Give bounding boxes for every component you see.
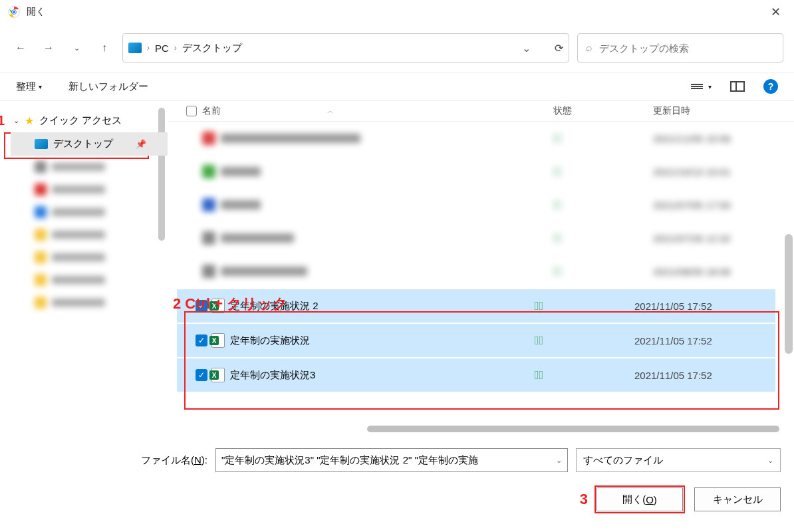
main-area: 1 ⌄ ★ クイック アクセス デスクトップ 📌 名前︿ 状態 更新日時 ✓⃝2… — [0, 101, 794, 436]
sidebar-item-blurred[interactable] — [11, 178, 168, 201]
cancel-button[interactable]: キャンセル — [694, 487, 781, 511]
open-button[interactable]: 開く(O) — [596, 487, 683, 511]
location-icon — [128, 43, 142, 53]
file-date: 2021/11/05 17:52 — [634, 335, 767, 346]
desktop-label: デスクトップ — [53, 138, 113, 150]
chrome-icon — [8, 6, 20, 18]
status-icon: ✓⃝ — [535, 334, 634, 348]
select-all-checkbox[interactable] — [186, 106, 197, 116]
breadcrumb-sep: › — [147, 43, 150, 53]
filename-label: ファイル名(N): — [141, 454, 207, 467]
up-button[interactable]: ↑ — [94, 38, 114, 58]
file-row-blurred[interactable]: ✓⃝2021/11/05 15:56 — [168, 122, 794, 155]
annotation-3: 3 — [580, 491, 588, 508]
annotation-box-3: 開く(O) — [595, 485, 685, 513]
filetype-combobox[interactable]: すべてのファイル⌄ — [576, 448, 781, 472]
file-row-blurred[interactable]: ✓⃝2021/07/05 17:50 — [168, 188, 794, 221]
sidebar-item-blurred[interactable] — [11, 223, 168, 246]
svg-point-3 — [13, 11, 16, 14]
sidebar-item-blurred[interactable] — [11, 291, 168, 314]
address-bar[interactable]: › PC › デスクトップ ⌄ ⟳ — [122, 33, 569, 63]
breadcrumb-desktop[interactable]: デスクトップ — [182, 42, 242, 55]
file-name: 定年制の実施状況 — [230, 334, 310, 347]
header-status[interactable]: 状態 — [553, 105, 653, 117]
sidebar: ⌄ ★ クイック アクセス デスクトップ 📌 — [0, 101, 168, 436]
sidebar-item-desktop[interactable]: デスクトップ 📌 — [11, 132, 168, 156]
title-bar: 開く ✕ — [0, 0, 794, 24]
file-row-blurred[interactable]: ✓⃝2021/08/09 18:06 — [168, 255, 794, 288]
forward-button[interactable]: → — [39, 38, 59, 58]
preview-pane-button[interactable] — [730, 81, 745, 92]
nav-row: ← → ⌄ ↑ › PC › デスクトップ ⌄ ⟳ ⌕ — [0, 24, 794, 72]
file-row-selected[interactable]: ✓定年制の実施状況✓⃝2021/11/05 17:52 — [177, 324, 775, 357]
sidebar-quick-access[interactable]: ⌄ ★ クイック アクセス — [11, 109, 168, 132]
window-title: 開く — [27, 6, 45, 18]
horizontal-scrollbar[interactable] — [367, 426, 779, 432]
breadcrumb-pc[interactable]: PC — [155, 43, 169, 54]
quick-access-label: クイック アクセス — [39, 114, 122, 127]
help-button[interactable]: ? — [763, 79, 778, 94]
star-icon: ★ — [25, 114, 34, 127]
excel-icon — [211, 368, 225, 382]
sidebar-item-blurred[interactable] — [11, 246, 168, 269]
annotation-2: 2 Ctrl + クリック — [173, 294, 288, 314]
address-dropdown-icon[interactable]: ⌄ — [522, 42, 531, 55]
file-date: 2021/11/05 17:52 — [634, 301, 767, 312]
refresh-button[interactable]: ⟳ — [555, 42, 563, 55]
row-checkbox[interactable]: ✓ — [196, 334, 207, 346]
header-name[interactable]: 名前 — [202, 105, 221, 117]
file-row-blurred[interactable]: ✓⃝2021/07/26 12:32 — [168, 221, 794, 255]
row-checkbox[interactable]: ✓ — [196, 369, 207, 381]
search-icon: ⌕ — [586, 42, 593, 54]
file-date: 2021/11/05 17:52 — [634, 370, 767, 381]
desktop-icon — [35, 139, 48, 149]
toolbar: 整理▾ 新しいフォルダー ▾ ? — [0, 72, 794, 101]
search-input[interactable] — [599, 43, 775, 54]
back-button[interactable]: ← — [11, 38, 31, 58]
history-dropdown[interactable]: ⌄ — [66, 38, 86, 58]
pin-icon: 📌 — [136, 139, 146, 149]
footer: ファイル名(N): "定年制の実施状況3" "定年制の実施状況 2" "定年制の… — [0, 436, 794, 521]
search-box[interactable]: ⌕ — [577, 33, 783, 63]
sort-icon: ︿ — [327, 106, 334, 116]
breadcrumb-sep: › — [174, 43, 177, 53]
excel-icon — [211, 333, 225, 348]
sidebar-item-blurred[interactable] — [11, 156, 168, 178]
view-menu[interactable]: ▾ — [691, 83, 712, 90]
file-name: 定年制の実施状況3 — [230, 369, 315, 382]
new-folder-button[interactable]: 新しいフォルダー — [68, 80, 148, 93]
list-view-icon — [691, 84, 703, 89]
file-header: 名前︿ 状態 更新日時 — [168, 101, 794, 122]
organize-menu[interactable]: 整理▾ — [16, 80, 42, 93]
file-row-blurred[interactable]: ✓⃝2021/10/13 10:01 — [168, 155, 794, 188]
header-date[interactable]: 更新日時 — [653, 105, 786, 117]
sidebar-item-blurred[interactable] — [11, 201, 168, 223]
status-icon: ✓⃝ — [535, 368, 634, 382]
chevron-down-icon: ⌄ — [13, 116, 19, 125]
filename-combobox[interactable]: "定年制の実施状況3" "定年制の実施状況 2" "定年制の実施⌄ — [215, 448, 568, 472]
close-button[interactable]: ✕ — [765, 2, 786, 22]
sidebar-item-blurred[interactable] — [11, 269, 168, 291]
status-icon: ✓⃝ — [535, 299, 634, 313]
file-row-selected[interactable]: ✓定年制の実施状況3✓⃝2021/11/05 17:52 — [177, 358, 775, 392]
file-list: 名前︿ 状態 更新日時 ✓⃝2021/11/05 15:56✓⃝2021/10/… — [168, 101, 794, 436]
